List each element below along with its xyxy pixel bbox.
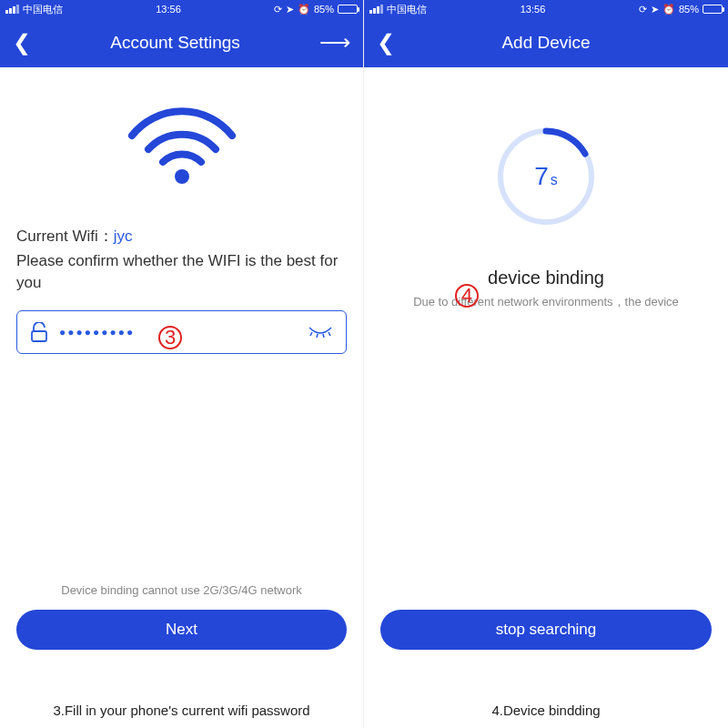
status-right: ⟳ ➤ ⏰ 85% bbox=[274, 4, 358, 15]
clock: 13:56 bbox=[156, 4, 181, 15]
countdown-unit: s bbox=[551, 172, 558, 188]
carrier-label: 中国电信 bbox=[23, 3, 63, 16]
signal-icon bbox=[369, 5, 383, 14]
countdown-value: 7s bbox=[534, 162, 558, 191]
rotation-lock-icon: ⟳ bbox=[639, 4, 647, 15]
current-wifi-label: Current Wifi： bbox=[16, 228, 114, 245]
wifi-ssid: jyc bbox=[114, 228, 133, 245]
binding-title: device binding bbox=[380, 268, 712, 288]
content-area: Current Wifi：jyc Please confirm whether … bbox=[0, 67, 363, 692]
forward-button[interactable]: ⟶ bbox=[319, 30, 350, 56]
status-bar: 中国电信 13:56 ⟳ ➤ ⏰ 85% bbox=[0, 0, 363, 18]
content-area: 7s 4 device binding Due to different net… bbox=[364, 67, 728, 692]
battery-pct: 85% bbox=[679, 4, 699, 15]
screen-account-settings: 中国电信 13:56 ⟳ ➤ ⏰ 85% ❮ Account Settings … bbox=[0, 0, 364, 728]
rotation-lock-icon: ⟳ bbox=[274, 4, 282, 15]
svg-rect-1 bbox=[32, 331, 46, 341]
status-left: 中国电信 bbox=[5, 3, 63, 16]
step-badge-4: 4 bbox=[455, 284, 479, 308]
countdown-ring: 7s bbox=[491, 122, 601, 231]
status-right: ⟳ ➤ ⏰ 85% bbox=[639, 4, 723, 15]
clock: 13:56 bbox=[521, 4, 546, 15]
svg-line-2 bbox=[310, 332, 312, 336]
caption: 3.Fill in your phone's current wifi pass… bbox=[0, 692, 363, 728]
network-note: Device binding cannot use 2G/3G/4G netwo… bbox=[0, 583, 363, 597]
signal-icon bbox=[5, 5, 19, 14]
lock-icon bbox=[30, 322, 48, 342]
wifi-label-row: Current Wifi：jyc bbox=[16, 226, 347, 247]
caption-text: 3.Fill in your phone's current wifi pass… bbox=[53, 703, 309, 718]
svg-line-5 bbox=[329, 332, 330, 336]
next-button-label: Next bbox=[166, 621, 197, 639]
wifi-icon bbox=[16, 95, 347, 189]
back-button[interactable]: ❮ bbox=[13, 30, 31, 56]
screen-add-device: 中国电信 13:56 ⟳ ➤ ⏰ 85% ❮ Add Device bbox=[364, 0, 728, 728]
alarm-icon: ⏰ bbox=[662, 4, 675, 15]
stop-searching-button[interactable]: stop searching bbox=[380, 610, 712, 650]
battery-pct: 85% bbox=[314, 4, 334, 15]
back-button[interactable]: ❮ bbox=[377, 30, 395, 56]
page-title: Add Device bbox=[501, 33, 590, 53]
alarm-icon: ⏰ bbox=[298, 4, 310, 15]
password-left: ●●●●●●●●● bbox=[30, 322, 135, 342]
caption-text: 4.Device bindding bbox=[491, 703, 600, 718]
header: ❮ Add Device bbox=[364, 18, 728, 67]
wifi-advice: Please confirm whether the WIFI is the b… bbox=[16, 250, 347, 294]
eye-closed-icon[interactable] bbox=[308, 324, 333, 340]
battery-icon bbox=[703, 5, 723, 14]
carrier-label: 中国电信 bbox=[387, 3, 427, 16]
battery-icon bbox=[338, 5, 358, 14]
location-icon: ➤ bbox=[651, 4, 659, 15]
status-left: 中国电信 bbox=[369, 3, 427, 16]
location-icon: ➤ bbox=[286, 4, 294, 15]
svg-point-0 bbox=[175, 169, 189, 184]
header: ❮ Account Settings ⟶ bbox=[0, 18, 363, 67]
binding-subtitle: Due to different network environments，th… bbox=[380, 294, 712, 310]
svg-line-3 bbox=[317, 334, 318, 338]
status-bar: 中国电信 13:56 ⟳ ➤ ⏰ 85% bbox=[364, 0, 728, 18]
step-badge-3: 3 bbox=[158, 326, 182, 349]
password-input[interactable]: ●●●●●●●●● bbox=[16, 310, 347, 354]
page-title: Account Settings bbox=[110, 33, 240, 53]
next-button[interactable]: Next bbox=[16, 610, 347, 650]
countdown-number: 7 bbox=[534, 162, 549, 191]
caption: 4.Device bindding bbox=[364, 692, 728, 728]
stop-button-label: stop searching bbox=[496, 621, 597, 639]
password-masked: ●●●●●●●●● bbox=[59, 326, 135, 339]
side-by-side: 中国电信 13:56 ⟳ ➤ ⏰ 85% ❮ Account Settings … bbox=[0, 0, 728, 728]
svg-line-4 bbox=[323, 334, 324, 338]
